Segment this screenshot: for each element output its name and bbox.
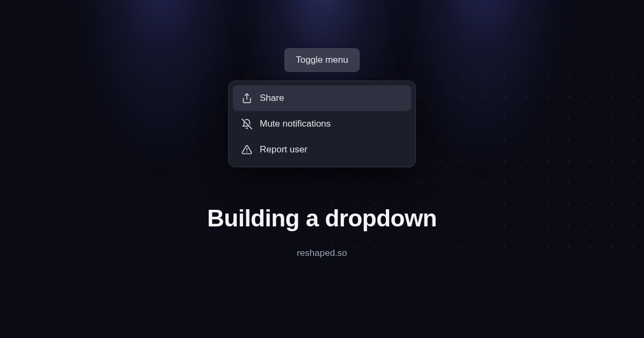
- dropdown-menu: Share Mute notifications: [228, 80, 416, 167]
- menu-item-mute-notifications[interactable]: Mute notifications: [233, 111, 411, 137]
- svg-line-1: [242, 119, 252, 129]
- alert-triangle-icon: [241, 144, 252, 155]
- bell-off-icon: [241, 119, 252, 129]
- page-heading: Building a dropdown: [207, 205, 437, 232]
- menu-item-label: Mute notifications: [260, 119, 331, 129]
- menu-item-label: Share: [260, 93, 284, 104]
- menu-item-label: Report user: [260, 144, 308, 155]
- share-icon: [241, 93, 252, 104]
- menu-item-share[interactable]: Share: [233, 85, 411, 111]
- menu-item-report-user[interactable]: Report user: [233, 137, 411, 163]
- site-url: reshaped.so: [297, 248, 347, 259]
- toggle-menu-button[interactable]: Toggle menu: [284, 48, 359, 72]
